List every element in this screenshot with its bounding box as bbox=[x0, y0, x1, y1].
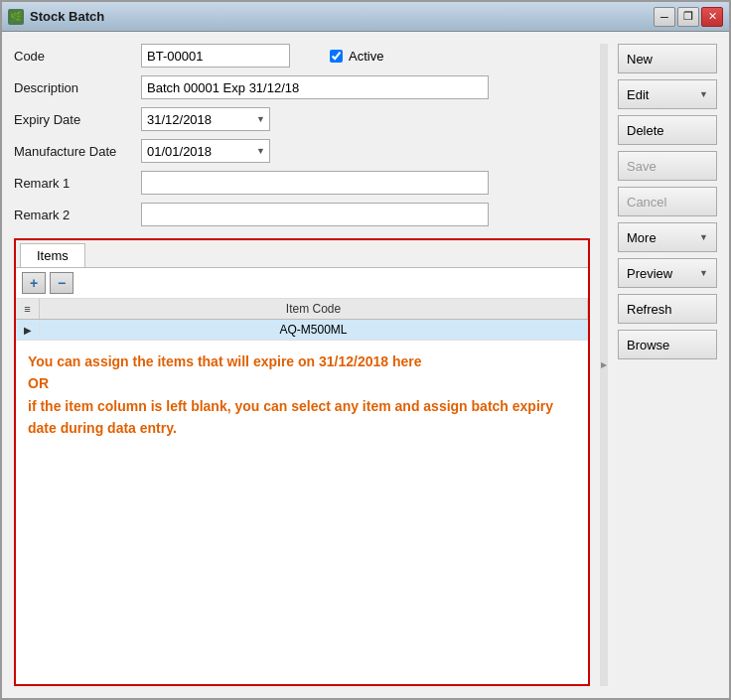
hint-text: You can assign the items that will expir… bbox=[28, 350, 576, 440]
row-arrow-cell: ▶ bbox=[16, 320, 40, 340]
title-bar-left: 🌿 Stock Batch bbox=[8, 9, 104, 25]
remark2-row: Remark 2 bbox=[14, 203, 590, 226]
more-dropdown-arrow: ▼ bbox=[699, 232, 708, 242]
manufacture-date-select[interactable]: 01/01/2018 bbox=[141, 139, 270, 163]
expiry-date-wrapper: 31/12/2018 bbox=[141, 107, 270, 131]
table-header: ≡ Item Code bbox=[16, 299, 588, 320]
close-button[interactable]: ✕ bbox=[701, 7, 723, 27]
table-icon-col-header: ≡ bbox=[16, 299, 40, 319]
restore-button[interactable]: ❐ bbox=[677, 7, 699, 27]
item-code-cell: AQ-M500ML bbox=[40, 320, 588, 340]
minimize-button[interactable]: ─ bbox=[654, 7, 675, 27]
active-label: Active bbox=[349, 49, 383, 64]
code-input[interactable] bbox=[141, 44, 290, 68]
title-buttons: ─ ❐ ✕ bbox=[654, 7, 723, 27]
title-bar: 🌿 Stock Batch ─ ❐ ✕ bbox=[2, 2, 729, 32]
description-row: Description bbox=[14, 75, 590, 99]
items-tab[interactable]: Items bbox=[20, 243, 85, 267]
description-input[interactable] bbox=[141, 75, 489, 99]
remark1-input[interactable] bbox=[141, 171, 489, 195]
more-button[interactable]: More ▼ bbox=[618, 222, 717, 252]
app-icon: 🌿 bbox=[8, 9, 24, 25]
expiry-date-label: Expiry Date bbox=[14, 112, 133, 127]
delete-button[interactable]: Delete bbox=[618, 115, 717, 145]
splitter bbox=[600, 44, 608, 686]
item-code-col-header: Item Code bbox=[40, 299, 588, 319]
save-button[interactable]: Save bbox=[618, 151, 717, 181]
remark1-label: Remark 1 bbox=[14, 176, 133, 191]
expiry-date-select[interactable]: 31/12/2018 bbox=[141, 107, 270, 131]
remove-item-button[interactable]: − bbox=[50, 272, 73, 294]
cancel-button[interactable]: Cancel bbox=[618, 187, 717, 216]
items-tab-bar: Items bbox=[16, 240, 588, 268]
code-row: Code Active bbox=[14, 44, 590, 68]
active-row: Active bbox=[330, 49, 383, 64]
sidebar-buttons: New Edit ▼ Delete Save Cancel More ▼ Pre… bbox=[618, 44, 717, 686]
expiry-date-row: Expiry Date 31/12/2018 bbox=[14, 107, 590, 131]
manufacture-date-row: Manufacture Date 01/01/2018 bbox=[14, 139, 590, 163]
code-label: Code bbox=[14, 49, 133, 64]
edit-dropdown-arrow: ▼ bbox=[699, 89, 708, 99]
window-body: Code Active Description Expiry Date bbox=[2, 32, 729, 698]
code-input-area: Active bbox=[141, 44, 383, 68]
description-label: Description bbox=[14, 80, 133, 95]
main-window: 🌿 Stock Batch ─ ❐ ✕ Code Active bbox=[0, 0, 731, 700]
active-checkbox[interactable] bbox=[330, 50, 343, 63]
remark2-label: Remark 2 bbox=[14, 208, 133, 222]
table-row[interactable]: ▶ AQ-M500ML bbox=[16, 320, 588, 341]
manufacture-date-label: Manufacture Date bbox=[14, 144, 133, 159]
remark1-row: Remark 1 bbox=[14, 171, 590, 195]
items-table: ≡ Item Code ▶ AQ-M500ML You bbox=[16, 299, 588, 684]
add-item-button[interactable]: + bbox=[22, 272, 46, 294]
window-title: Stock Batch bbox=[30, 9, 104, 24]
items-toolbar: + − bbox=[16, 268, 588, 299]
manufacture-date-wrapper: 01/01/2018 bbox=[141, 139, 270, 163]
row-arrow-icon: ▶ bbox=[24, 325, 32, 336]
preview-dropdown-arrow: ▼ bbox=[699, 268, 708, 278]
refresh-button[interactable]: Refresh bbox=[618, 294, 717, 324]
remark2-input[interactable] bbox=[141, 203, 489, 226]
preview-button[interactable]: Preview ▼ bbox=[618, 258, 717, 288]
hint-area: You can assign the items that will expir… bbox=[16, 341, 588, 684]
new-button[interactable]: New bbox=[618, 44, 717, 73]
main-form: Code Active Description Expiry Date bbox=[14, 44, 590, 686]
items-panel: Items + − ≡ Item Code bbox=[14, 238, 590, 686]
browse-button[interactable]: Browse bbox=[618, 330, 717, 359]
edit-button[interactable]: Edit ▼ bbox=[618, 79, 717, 109]
